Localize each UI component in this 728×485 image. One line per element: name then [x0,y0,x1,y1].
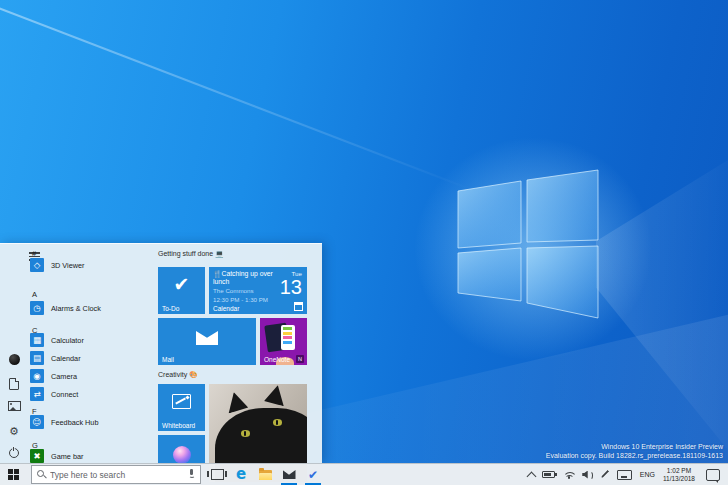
folder-icon [259,470,272,480]
pen-icon [601,470,610,479]
mail-envelope-icon [283,470,296,479]
volume-status[interactable] [579,464,597,485]
battery-status[interactable] [539,464,559,485]
settings-button[interactable]: ⚙ [0,424,28,438]
desktop: Windows 10 Enterprise Insider Preview Ev… [0,0,728,485]
alarms-clock-icon: ◷ [30,301,44,315]
document-icon [9,378,19,390]
envelope-icon [196,331,218,345]
taskbar-app-icons: e ✔ [205,464,325,485]
todo-check-icon: ✔ [308,468,318,482]
app-list-item-3d-viewer[interactable]: ◇ 3D Viewer [30,257,152,273]
cat-ear [264,384,289,406]
taskbar-clock[interactable]: 1:02 PM 11/13/2018 [659,467,699,483]
power-button[interactable] [0,446,28,460]
evaluation-watermark: Windows 10 Enterprise Insider Preview Ev… [546,442,723,460]
app-list-item-feedback-hub[interactable]: ☺ Feedback Hub [30,414,152,430]
start-menu: ⚙ # ◇ 3D Viewer A ◷ Alarms & Clock C ▦ C… [0,243,322,464]
calendar-badge-icon [294,302,303,311]
clock-time: 1:02 PM [663,467,695,475]
calendar-app-icon: ▤ [30,351,44,365]
cat-eye [273,419,282,426]
speaker-icon [582,470,593,479]
whiteboard-tile[interactable]: Whiteboard [158,384,205,431]
action-center-button[interactable] [699,464,726,485]
calculator-icon: ▦ [30,333,44,347]
todo-button[interactable]: ✔ [301,464,325,485]
cat-eye [241,430,250,437]
cortana-orb-icon [173,446,191,464]
onenote-tile[interactable]: OneNote N [260,318,307,365]
edge-icon: e [236,467,246,482]
watermark-line1: Windows 10 Enterprise Insider Preview [546,442,723,451]
pen-settings[interactable] [597,464,614,485]
documents-button[interactable] [0,377,28,391]
app-list-item-game-bar[interactable]: ✖ Game bar [30,448,152,464]
touch-keyboard-button[interactable] [614,464,636,485]
wifi-icon [562,470,575,479]
app-list-item-camera[interactable]: ◉ Camera [30,368,152,384]
app-list-letter-a[interactable]: A [32,289,37,299]
phone-illustration [281,325,295,350]
start-menu-rail: ⚙ [0,244,28,464]
clock-date: 11/13/2018 [663,475,695,483]
start-button[interactable] [0,464,26,485]
taskbar-search-box[interactable] [31,465,201,484]
system-tray: ENG 1:02 PM 11/13/2018 [525,464,728,485]
search-input[interactable] [50,470,184,480]
app-list-item-calculator[interactable]: ▦ Calculator [30,332,152,348]
feedback-hub-icon: ☺ [30,415,44,429]
user-avatar-icon [9,354,20,365]
windows-start-icon [8,469,19,480]
calendar-event: 🍴Catching up over lunch The Commons 12:3… [213,270,273,304]
watermark-line2: Evaluation copy. Build 18282.rs_prerelea… [546,451,723,460]
network-status[interactable] [559,464,579,485]
tile-group-title-creativity[interactable]: Creativity 🎨 [158,370,198,380]
search-icon [37,470,46,479]
hidden-icons-button[interactable] [525,464,539,485]
power-icon [9,448,19,458]
action-center-icon [706,469,720,481]
user-account-button[interactable] [0,352,28,366]
mail-tile[interactable]: Mail [158,318,256,365]
app-list-item-alarms-clock[interactable]: ◷ Alarms & Clock [30,300,152,316]
gear-icon: ⚙ [9,426,19,437]
app-list-item-connect[interactable]: ⇄ Connect [30,386,152,402]
connect-icon: ⇄ [30,387,44,401]
app-list: # ◇ 3D Viewer A ◷ Alarms & Clock C ▦ Cal… [28,244,154,464]
chevron-up-icon [527,471,537,481]
checkmark-icon: ✔ [158,273,205,295]
pictures-icon [8,401,21,412]
task-view-button[interactable] [205,464,229,485]
keyboard-icon [617,470,632,480]
app-list-item-calendar[interactable]: ▤ Calendar [30,350,152,366]
3d-viewer-icon: ◇ [30,258,44,272]
task-view-icon [211,469,224,480]
microphone-icon[interactable] [188,469,195,480]
language-indicator[interactable]: ENG [636,471,659,478]
onenote-badge-icon: N [296,355,304,363]
edge-button[interactable]: e [229,464,253,485]
whiteboard-icon [172,394,191,409]
camera-icon: ◉ [30,369,44,383]
taskbar: e ✔ ENG 1:02 PM 11/13/2018 [0,463,728,485]
calendar-date: Tue 13 [280,270,302,297]
mail-button[interactable] [277,464,301,485]
pictures-button[interactable] [0,399,28,413]
todo-tile[interactable]: ✔ To-Do [158,267,205,314]
battery-icon [542,471,555,479]
game-bar-icon: ✖ [30,449,44,463]
tile-group-title-getting-stuff-done[interactable]: Getting stuff done 💻 [158,249,224,259]
file-explorer-button[interactable] [253,464,277,485]
windows-logo [450,162,610,327]
calendar-tile[interactable]: 🍴Catching up over lunch The Commons 12:3… [209,267,307,314]
